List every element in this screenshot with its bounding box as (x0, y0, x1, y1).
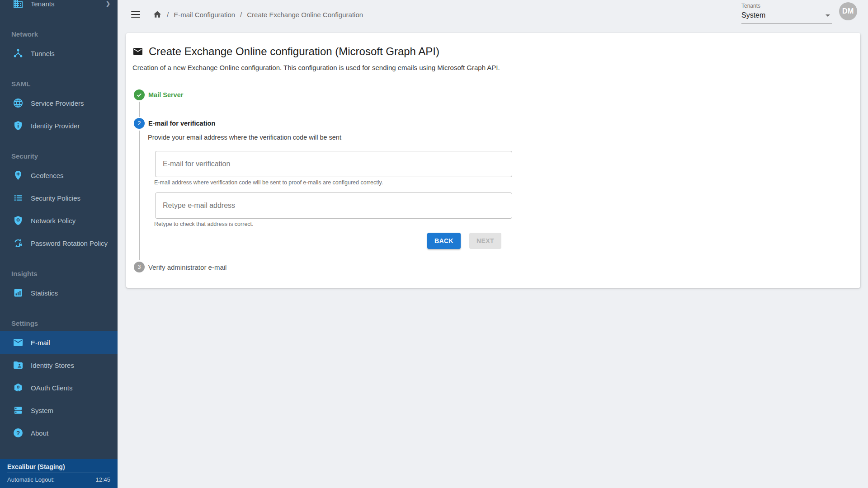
tenants-select-value: System (741, 11, 765, 19)
step-email-verification-content: Provide your email address where the ver… (148, 133, 514, 249)
sidebar-item-label: E-mail (31, 339, 50, 347)
retype-email-input[interactable] (155, 192, 512, 219)
sidebar-item-service-providers[interactable]: Service Providers (0, 92, 118, 114)
sidebar-section-network: Network (0, 15, 118, 42)
svg-text:?: ? (16, 430, 20, 436)
help-icon: ? (13, 427, 24, 438)
sidebar-item-tunnels[interactable]: Tunnels (0, 42, 118, 65)
stepper-connector (139, 131, 140, 260)
sidebar-item-label: Statistics (31, 289, 58, 297)
sidebar-section-settings: Settings (0, 304, 118, 331)
tenants-select-label: Tenants (741, 3, 832, 9)
sidebar-item-statistics[interactable]: Statistics (0, 282, 118, 304)
page-subtitle: Creation of a new Exchange Online config… (132, 64, 853, 71)
step-label: E-mail for verification (148, 120, 215, 127)
sidebar-item-identity-stores[interactable]: Identity Stores (0, 354, 118, 376)
folder-user-icon (13, 360, 24, 371)
sidebar-item-label: Tunnels (31, 50, 55, 57)
header-divider (126, 77, 860, 77)
breadcrumb-separator: / (240, 11, 242, 19)
sidebar-item-email[interactable]: E-mail (0, 331, 118, 354)
sidebar-footer: Excalibur (Staging) Automatic Logout: 12… (0, 459, 118, 488)
submenu-arrow-icon: ❯ (106, 0, 110, 7)
breadcrumb-separator: / (167, 11, 169, 19)
create-configuration-card: Create Exchange Online configuration (Mi… (126, 33, 860, 288)
avatar[interactable]: DM (839, 2, 857, 20)
shield-info-icon (13, 120, 24, 131)
breadcrumb: / E-mail Configuration / Create Exchange… (153, 9, 363, 20)
list-icon (13, 192, 24, 203)
sidebar-item-label: Identity Provider (31, 122, 80, 130)
sidebar-item-label: Geofences (31, 172, 64, 179)
bar-chart-icon (13, 287, 24, 298)
step-label: Mail Server (148, 91, 183, 99)
auto-logout-time: 12:45 (95, 476, 110, 483)
back-button[interactable]: BACK (427, 233, 461, 249)
sidebar-item-label: Security Policies (31, 194, 80, 202)
step-verify-admin-email[interactable]: 3 Verify administrator e-mail (134, 262, 226, 272)
sidebar-item-label: System (31, 407, 53, 414)
sidebar: Tenants ❯ Network Tunnels SAML Service P… (0, 0, 118, 488)
breadcrumb-item-create-exchange[interactable]: Create Exchange Online Configuration (247, 11, 363, 19)
server-stack-icon (13, 405, 24, 416)
sidebar-item-label: Identity Stores (31, 361, 74, 369)
retype-email-helper: Retype to check that address is correct. (154, 221, 514, 228)
sidebar-item-label: Tenants (31, 0, 55, 8)
sidebar-item-password-rotation-policy[interactable]: Password Rotation Policy (0, 232, 118, 254)
sidebar-item-oauth-clients[interactable]: OAuth Clients (0, 376, 118, 399)
sidebar-item-identity-provider[interactable]: Identity Provider (0, 114, 118, 137)
sidebar-section-saml: SAML (0, 65, 118, 92)
building-icon (13, 0, 24, 9)
step-number-badge: 3 (134, 262, 145, 272)
step-email-verification[interactable]: 2 E-mail for verification (134, 118, 215, 129)
page-title: Create Exchange Online configuration (Mi… (149, 45, 439, 58)
breadcrumb-item-email-configuration[interactable]: E-mail Configuration (174, 11, 235, 19)
globe-icon (13, 98, 24, 108)
tenants-select[interactable]: Tenants System (741, 3, 832, 24)
shield-search-icon (13, 215, 24, 226)
stepper-connector (139, 102, 140, 117)
step-label: Verify administrator e-mail (148, 263, 226, 271)
envelope-title-icon (132, 46, 143, 57)
envelope-icon (13, 337, 24, 348)
environment-name: Excalibur (Staging) (7, 462, 110, 471)
rotate-lock-icon (13, 238, 24, 249)
sidebar-item-label: OAuth Clients (31, 384, 73, 392)
chevron-down-icon (826, 14, 830, 17)
token-icon (13, 382, 24, 393)
sidebar-item-geofences[interactable]: Geofences (0, 164, 118, 187)
sidebar-section-insights: Insights (0, 254, 118, 282)
location-pin-plus-icon (13, 170, 24, 181)
sidebar-item-tenants[interactable]: Tenants ❯ (0, 0, 118, 15)
step-number-badge: 2 (134, 118, 145, 129)
sidebar-item-security-policies[interactable]: Security Policies (0, 187, 118, 209)
sidebar-item-about[interactable]: ? About (0, 422, 118, 444)
auto-logout-label: Automatic Logout: (7, 476, 55, 483)
menu-toggle-icon[interactable] (131, 11, 140, 18)
home-icon[interactable] (153, 10, 162, 19)
step-mail-server[interactable]: Mail Server (134, 89, 183, 100)
email-verification-input[interactable] (155, 151, 512, 177)
sidebar-item-network-policy[interactable]: Network Policy (0, 209, 118, 232)
check-icon (134, 89, 145, 100)
next-button[interactable]: NEXT (469, 233, 501, 249)
email-verification-helper: E-mail address where verification code w… (154, 179, 514, 186)
sidebar-item-label: Service Providers (31, 99, 84, 107)
sidebar-item-label: About (31, 429, 48, 437)
sidebar-item-system[interactable]: System (0, 399, 118, 422)
sidebar-section-security: Security (0, 137, 118, 164)
hub-icon (13, 48, 24, 59)
sidebar-item-label: Password Rotation Policy (31, 239, 108, 247)
sidebar-item-label: Network Policy (31, 217, 75, 225)
step-description: Provide your email address where the ver… (148, 133, 514, 142)
